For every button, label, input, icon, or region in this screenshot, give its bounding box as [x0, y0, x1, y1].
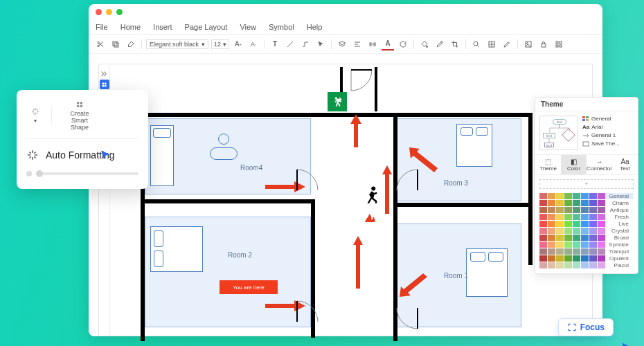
pointer-icon[interactable] — [314, 38, 327, 51]
rail-expand-icon[interactable]: » — [101, 67, 108, 74]
titlebar — [89, 4, 602, 19]
theme-attr-general[interactable]: General — [582, 116, 634, 122]
bed-room3[interactable] — [456, 124, 492, 167]
text-icon[interactable]: T — [269, 38, 281, 51]
svg-rect-28 — [586, 116, 589, 118]
tab-color[interactable]: ◧Color — [561, 155, 587, 174]
palette-row-opulent[interactable]: Opulent — [539, 255, 634, 262]
menu-symbol[interactable]: Symbol — [269, 23, 294, 31]
theme-attribute-list: General AaArial General 1 Save The... — [582, 116, 634, 150]
theme-attr-font[interactable]: AaArial — [582, 124, 634, 130]
palette-row-crystal[interactable]: Crystal — [539, 228, 634, 234]
maximize-dot[interactable] — [116, 9, 123, 15]
palette-row-fresh[interactable]: Fresh — [539, 214, 634, 220]
svg-point-24 — [80, 102, 83, 104]
svg-rect-15 — [560, 45, 562, 47]
bed-room4[interactable] — [150, 125, 174, 186]
room2-label: Room 2 — [228, 251, 252, 259]
rail-shapes-icon[interactable] — [100, 80, 109, 89]
palette-row-placid[interactable]: Placid — [539, 262, 634, 268]
theme-attr-save[interactable]: Save The... — [582, 140, 634, 147]
distribute-icon[interactable] — [366, 38, 379, 51]
menu-bar: File Home Insert Page Layout View Symbol… — [89, 19, 602, 35]
fill-icon[interactable] — [418, 38, 431, 51]
menu-page-layout[interactable]: Page Layout — [185, 23, 228, 31]
arrow-up-low — [352, 236, 364, 289]
copy-icon[interactable] — [109, 38, 122, 51]
pen-icon[interactable] — [501, 38, 513, 51]
auto-formatting-button[interactable]: Auto Formatting — [26, 149, 138, 161]
svg-rect-14 — [556, 45, 558, 47]
svg-rect-3 — [113, 42, 117, 46]
svg-rect-4 — [370, 43, 371, 46]
you-are-here-marker[interactable]: You are here — [220, 280, 278, 294]
tab-text[interactable]: AaText — [612, 155, 638, 174]
svg-rect-17 — [105, 82, 107, 84]
theme-panel: Theme text text text General AaArial Gen… — [535, 97, 638, 274]
auto-formatting-popup: ▾ Create Smart Shape Auto Formatting — [17, 90, 148, 189]
theme-attr-connector[interactable]: General 1 — [582, 132, 634, 138]
apps-icon[interactable] — [553, 38, 565, 51]
palette-row-general[interactable]: General — [539, 193, 634, 199]
svg-rect-29 — [582, 119, 585, 121]
format-slider[interactable] — [26, 171, 138, 176]
palette-row-broad[interactable]: Broad — [539, 235, 634, 241]
running-person-icon — [362, 185, 383, 212]
tab-connector[interactable]: →Connector — [587, 155, 612, 174]
palette-row-live[interactable]: Live — [539, 221, 634, 227]
font-select[interactable]: Elegant soft black▾ — [146, 39, 208, 49]
align-icon[interactable] — [351, 38, 364, 51]
room4-label: Room4 — [240, 164, 262, 172]
connector-icon[interactable] — [299, 38, 312, 51]
arrow-diag-room1 — [398, 272, 430, 300]
exit-sign-icon — [328, 92, 347, 111]
add-theme-button[interactable]: + — [539, 179, 634, 189]
svg-rect-16 — [102, 82, 105, 84]
decrease-font-icon[interactable]: A- — [247, 38, 260, 51]
svg-point-7 — [474, 42, 478, 46]
font-color-icon[interactable]: A — [382, 38, 394, 51]
bed-room1[interactable] — [466, 248, 508, 297]
eyedropper-icon[interactable] — [433, 38, 446, 51]
svg-point-1 — [98, 45, 100, 47]
theme-panel-title: Theme — [535, 98, 638, 111]
svg-point-6 — [427, 46, 428, 47]
menu-help[interactable]: Help — [307, 23, 323, 31]
svg-rect-5 — [374, 43, 375, 46]
create-smart-shape-button[interactable]: Create Smart Shape — [59, 98, 100, 133]
app-window: File Home Insert Page Layout View Symbol… — [89, 4, 602, 336]
cut-icon[interactable] — [94, 38, 107, 51]
rotate-icon[interactable] — [397, 38, 409, 51]
theme-preview[interactable]: text text text — [539, 116, 578, 150]
line-icon[interactable] — [284, 38, 296, 51]
table-icon[interactable] — [485, 38, 498, 51]
svg-point-22 — [371, 187, 375, 191]
menu-file[interactable]: File — [96, 23, 108, 31]
size-select[interactable]: 12▾ — [211, 39, 229, 49]
svg-rect-13 — [560, 42, 562, 44]
focus-button[interactable]: Focus — [558, 318, 614, 336]
increase-font-icon[interactable]: A+ — [232, 38, 244, 51]
palette-row-tranquil[interactable]: Tranquil — [539, 248, 634, 255]
menu-home[interactable]: Home — [120, 23, 141, 31]
crop-icon[interactable] — [449, 38, 461, 51]
room3-label: Room 3 — [444, 179, 468, 187]
palette-row-charm[interactable]: Charm — [539, 200, 634, 206]
brush-icon[interactable] — [125, 38, 137, 51]
image-icon[interactable] — [522, 38, 535, 51]
color-palettes: GeneralCharmAntiqueFreshLiveCrystalBroad… — [535, 193, 638, 273]
close-dot[interactable] — [96, 9, 102, 15]
palette-row-antique[interactable]: Antique — [539, 207, 634, 213]
svg-rect-2 — [114, 43, 118, 47]
drawing-canvas[interactable]: » AI Room4 Room 3 — [98, 64, 593, 336]
sparkle-dropdown[interactable]: ▾ — [26, 105, 44, 125]
palette-row-sprinkle[interactable]: Sprinkle — [539, 242, 634, 248]
lock-icon[interactable] — [537, 38, 550, 51]
layers-icon[interactable] — [336, 38, 348, 51]
search-icon[interactable] — [470, 38, 483, 51]
menu-view[interactable]: View — [240, 23, 256, 31]
tab-theme[interactable]: ⬚Theme — [535, 155, 561, 174]
menu-insert[interactable]: Insert — [153, 23, 172, 31]
bed-room2[interactable] — [150, 226, 203, 272]
minimize-dot[interactable] — [106, 9, 112, 15]
